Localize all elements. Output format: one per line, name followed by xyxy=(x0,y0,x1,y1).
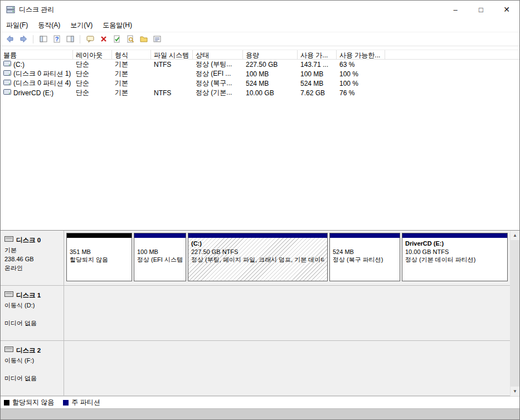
partition-status: 정상 (복구 파티션) xyxy=(333,256,397,264)
partition-recovery[interactable]: 524 MB 정상 (복구 파티션) xyxy=(329,233,400,281)
column-header-status[interactable]: 상태 xyxy=(193,50,243,59)
volume-row[interactable]: (C:) 단순 기본 NTFS 정상 (부팅... 227.50 GB 143.… xyxy=(1,60,519,69)
disk-size xyxy=(4,310,60,319)
menu-file[interactable]: 파일(F) xyxy=(1,18,33,32)
disk-row: 디스크 0 기본 238.46 GB 온라인 351 MB 할당되지 않음 xyxy=(1,231,510,286)
partition-color-bar xyxy=(402,233,507,238)
disk2-label[interactable]: 디스크 2 이동식 (F:) 미디어 없음 xyxy=(1,341,64,395)
partition-status: 정상 (부팅, 페이지 파일, 크래시 덤프, 기본 데이터 파티션) xyxy=(191,256,324,264)
delete-icon[interactable] xyxy=(98,33,109,45)
capacity-cell: 100 MB xyxy=(243,70,298,78)
legend-label: 주 파티션 xyxy=(71,398,100,407)
disk-type: 이동식 (F:) xyxy=(4,356,60,365)
partition-unallocated[interactable]: 351 MB 할당되지 않음 xyxy=(66,233,132,281)
disk-name: 디스크 1 xyxy=(16,291,41,300)
capacity-cell: 227.50 GB xyxy=(243,61,298,69)
menu-help[interactable]: 도움말(H) xyxy=(98,18,137,32)
filesystem-cell: NTFS xyxy=(151,89,193,97)
scrollbar-thumb[interactable] xyxy=(511,240,519,387)
column-header-layout[interactable]: 레이아웃 xyxy=(73,50,112,59)
partition-name: (C:) xyxy=(191,240,324,248)
legend-label: 할당되지 않음 xyxy=(12,398,54,407)
partition-size: 524 MB xyxy=(333,248,397,256)
partition-status: 정상 (기본 데이터 파티션) xyxy=(405,256,504,264)
back-icon[interactable] xyxy=(4,33,16,45)
vertical-scrollbar[interactable]: ▲ ▼ xyxy=(510,231,519,396)
partition-e-drive[interactable]: DriverCD (E:) 10.00 GB NTFS 정상 (기본 데이터 파… xyxy=(402,233,508,281)
volume-icon xyxy=(3,60,11,69)
unallocated-swatch xyxy=(4,400,9,406)
capacity-cell: 10.00 GB xyxy=(243,89,298,97)
percent-free-cell: 63 % xyxy=(337,61,385,69)
toolbar-separator xyxy=(80,35,80,43)
titlebar[interactable]: 디스크 관리 – □ ✕ xyxy=(1,1,519,18)
disk-management-icon[interactable] xyxy=(6,5,15,14)
disk-icon xyxy=(4,235,13,245)
partition-size: 100 MB xyxy=(137,248,183,256)
folder-icon[interactable] xyxy=(138,33,149,45)
volume-list: 볼륨 레이아웃 형식 파일 시스템 상태 용량 사용 가... 사용 가능한..… xyxy=(1,46,519,230)
column-header-filesystem[interactable]: 파일 시스템 xyxy=(151,50,193,59)
partition-name xyxy=(333,240,397,248)
disk0-label[interactable]: 디스크 0 기본 238.46 GB 온라인 xyxy=(1,231,64,285)
partition-efi[interactable]: 100 MB 정상 (EFI 시스템 파티션) xyxy=(134,233,186,281)
console-tree-icon[interactable] xyxy=(37,33,49,45)
partition-status: 할당되지 않음 xyxy=(70,256,129,264)
maximize-button[interactable]: □ xyxy=(468,1,494,18)
volume-row[interactable]: DriverCD (E:) 단순 기본 NTFS 정상 (기본... 10.00… xyxy=(1,88,519,97)
scrollbar-track[interactable] xyxy=(511,240,519,387)
disk0-partitions: 351 MB 할당되지 않음 100 MB 정상 (EFI 시스템 파티션) xyxy=(64,231,510,285)
disk-name: 디스크 0 xyxy=(16,236,41,245)
close-button[interactable]: ✕ xyxy=(494,1,519,18)
volume-icon xyxy=(3,79,11,87)
type-cell: 기본 xyxy=(112,69,151,79)
free-space-cell: 143.71 ... xyxy=(298,61,337,69)
callout-icon[interactable] xyxy=(84,33,96,45)
help-icon[interactable]: ? xyxy=(51,33,62,45)
column-header-type[interactable]: 형식 xyxy=(112,50,151,59)
legend-primary-partition: 주 파티션 xyxy=(63,398,100,407)
menu-view[interactable]: 보기(V) xyxy=(65,18,98,32)
inspect-document-icon[interactable] xyxy=(124,33,136,45)
menu-action[interactable]: 동작(A) xyxy=(33,18,65,32)
scroll-up-icon[interactable]: ▲ xyxy=(511,231,519,240)
volume-row[interactable]: (디스크 0 파티션 1) 단순 기본 정상 (EFI ... 100 MB 1… xyxy=(1,69,519,79)
status-cell: 정상 (복구... xyxy=(193,79,243,88)
legend-bar: 할당되지 않음 주 파티션 xyxy=(1,396,519,408)
scroll-down-icon[interactable]: ▼ xyxy=(511,387,519,396)
check-document-icon[interactable] xyxy=(111,33,123,45)
bottom-strip xyxy=(1,408,519,419)
partition-c-drive[interactable]: (C:) 227.50 GB NTFS 정상 (부팅, 페이지 파일, 크래시 … xyxy=(188,233,328,281)
disk1-partitions xyxy=(64,286,510,340)
type-cell: 기본 xyxy=(112,88,151,97)
status-cell: 정상 (기본... xyxy=(193,88,243,97)
layout-cell: 단순 xyxy=(73,79,112,88)
column-header-volume[interactable]: 볼륨 xyxy=(1,50,73,59)
layout-cell: 단순 xyxy=(73,88,112,97)
disk-row: 디스크 1 이동식 (D:) 미디어 없음 xyxy=(1,286,510,341)
action-pane-icon[interactable] xyxy=(64,33,76,45)
volume-name: (디스크 0 파티션 1) xyxy=(13,69,71,79)
disk-status: 미디어 없음 xyxy=(4,374,60,383)
toolbar-separator xyxy=(33,35,33,43)
column-header-capacity[interactable]: 용량 xyxy=(243,50,298,59)
volume-row[interactable]: (디스크 0 파티션 4) 단순 기본 정상 (복구... 524 MB 524… xyxy=(1,79,519,88)
volume-icon xyxy=(3,89,11,97)
percent-free-cell: 100 % xyxy=(337,70,385,78)
disk-icon xyxy=(4,345,13,355)
column-header-free-space[interactable]: 사용 가... xyxy=(298,50,337,59)
column-header-percent-free[interactable]: 사용 가능한... xyxy=(337,50,385,59)
percent-free-cell: 100 % xyxy=(337,80,385,87)
status-cell: 정상 (EFI ... xyxy=(193,69,243,79)
filesystem-cell: NTFS xyxy=(151,61,193,69)
partition-color-bar xyxy=(134,233,186,238)
list-view-icon[interactable] xyxy=(151,33,163,45)
free-space-cell: 524 MB xyxy=(298,80,337,87)
disk-size xyxy=(4,365,60,374)
partition-size: 351 MB xyxy=(70,248,129,256)
partition-color-bar xyxy=(67,233,132,238)
minimize-button[interactable]: – xyxy=(443,1,468,18)
type-cell: 기본 xyxy=(112,79,151,88)
disk1-label[interactable]: 디스크 1 이동식 (D:) 미디어 없음 xyxy=(1,286,64,340)
forward-icon[interactable] xyxy=(17,33,29,45)
